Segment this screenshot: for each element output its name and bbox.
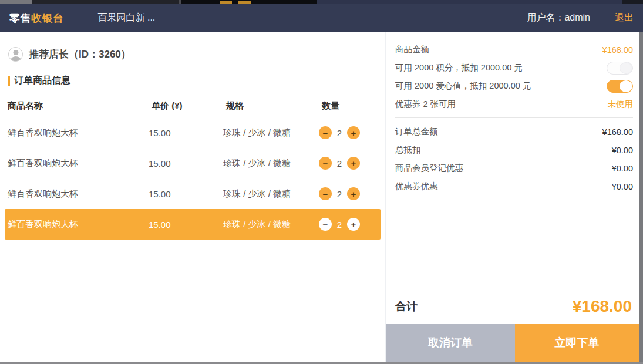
toggle-knob (620, 80, 632, 92)
quantity-value: 2 (336, 128, 342, 138)
summary-divider (395, 117, 633, 118)
plus-button[interactable]: + (347, 126, 360, 139)
product-price: 15.00 (149, 159, 223, 168)
window-scrollbar[interactable] (639, 32, 643, 362)
love-points-toggle[interactable] (607, 80, 633, 93)
table-row-selected[interactable]: 鲜百香双响炮大杯 15.00 珍珠 / 少冰 / 微糖 − 2 + (5, 209, 381, 240)
product-name: 鲜百香双响炮大杯 (8, 219, 149, 230)
section-title-text: 订单商品信息 (14, 75, 70, 87)
toggle-knob (620, 62, 632, 74)
plus-button[interactable]: + (347, 187, 360, 200)
minus-button[interactable]: − (319, 187, 332, 200)
app-title-plain: 零售 (9, 12, 31, 24)
submit-order-button[interactable]: 立即下单 (515, 324, 639, 362)
total-deduction-label: 总抵扣 (395, 144, 421, 156)
action-buttons: 取消订单 立即下单 (386, 324, 639, 362)
user-avatar-icon (8, 47, 23, 62)
section-accent-bar (8, 76, 10, 86)
quantity-value: 2 (336, 220, 342, 230)
goods-amount-row: 商品金额 ¥168.00 (395, 41, 633, 59)
order-total-label: 订单总金额 (395, 126, 438, 137)
points-label: 可用 2000 积分，抵扣 2000.00 元 (395, 62, 523, 73)
summary-panel: 商品金额 ¥168.00 可用 2000 积分，抵扣 2000.00 元 可用 … (386, 32, 639, 362)
quantity-stepper: − 2 + (319, 218, 381, 231)
main-area: 推荐店长（ID：3260） 订单商品信息 商品名称 单价 (¥) 规格 数量 鲜… (0, 32, 639, 362)
coupon-discount-row: 优惠券优惠 ¥0.00 (395, 177, 633, 196)
minus-button[interactable]: − (319, 218, 332, 231)
product-spec: 珍珠 / 少冰 / 微糖 (223, 188, 319, 200)
coupon-label: 优惠券 2 张可用 (395, 99, 456, 110)
coupon-discount-value: ¥0.00 (612, 182, 633, 191)
product-price: 15.00 (149, 220, 223, 230)
table-row[interactable]: 鲜百香双响炮大杯 15.00 珍珠 / 少冰 / 微糖 − 2 + (5, 148, 381, 178)
quantity-stepper: − 2 + (319, 187, 381, 200)
product-price: 15.00 (149, 128, 223, 138)
order-items-table: 商品名称 单价 (¥) 规格 数量 鲜百香双响炮大杯 15.00 珍珠 / 少冰… (0, 95, 385, 240)
table-header-row: 商品名称 单价 (¥) 规格 数量 (0, 95, 385, 117)
app-title-accent: 收银台 (31, 12, 64, 24)
coupon-discount-label: 优惠券优惠 (395, 181, 438, 192)
quantity-stepper: − 2 + (319, 126, 381, 139)
order-total-row: 订单总金额 ¥168.00 (395, 123, 633, 141)
navbar-right: 用户名：admin 退出 (527, 12, 634, 24)
coupon-row: 优惠券 2 张可用 未使用 (395, 95, 633, 113)
table-row[interactable]: 鲜百香双响炮大杯 15.00 珍珠 / 少冰 / 微糖 − 2 + (5, 117, 381, 148)
member-discount-value: ¥0.00 (612, 164, 633, 173)
top-navbar: 零售收银台 百果园白新 ... 用户名：admin 退出 (0, 4, 643, 32)
app-title: 零售收银台 (9, 11, 64, 25)
grand-total-row: 合计 ¥168.00 (395, 297, 633, 316)
grand-total-value: ¥168.00 (573, 297, 632, 316)
recommender-label: 推荐店长（ID：3260） (29, 48, 131, 61)
header-product-name: 商品名称 (8, 100, 152, 112)
love-points-label: 可用 2000 爱心值，抵扣 2000.00 元 (395, 80, 531, 92)
product-spec: 珍珠 / 少冰 / 微糖 (223, 158, 319, 169)
header-spec: 规格 (226, 100, 322, 112)
product-name: 鲜百香双响炮大杯 (8, 188, 149, 200)
member-discount-row: 商品会员登记优惠 ¥0.00 (395, 159, 633, 177)
quantity-value: 2 (336, 159, 342, 168)
product-price: 15.00 (149, 189, 223, 199)
table-row[interactable]: 鲜百香双响炮大杯 15.00 珍珠 / 少冰 / 微糖 − 2 + (5, 178, 381, 209)
header-unit-price: 单价 (¥) (152, 100, 226, 112)
username-label: 用户名：admin (527, 12, 590, 24)
minus-button[interactable]: − (319, 157, 332, 170)
spacer (395, 196, 633, 297)
header-quantity: 数量 (322, 100, 381, 112)
love-points-row: 可用 2000 爱心值，抵扣 2000.00 元 (395, 77, 633, 95)
logout-button[interactable]: 退出 (615, 12, 634, 24)
grand-total-label: 合计 (395, 299, 418, 316)
coupon-status[interactable]: 未使用 (608, 99, 634, 110)
order-items-section-title: 订单商品信息 (8, 75, 385, 87)
points-toggle[interactable] (607, 62, 633, 75)
goods-amount-value: ¥168.00 (602, 45, 633, 55)
minus-button[interactable]: − (319, 126, 332, 139)
quantity-stepper: − 2 + (319, 157, 381, 170)
product-name: 鲜百香双响炮大杯 (8, 127, 149, 139)
store-name[interactable]: 百果园白新 ... (98, 12, 156, 24)
plus-button[interactable]: + (347, 218, 360, 231)
pos-checkout-screen: 零售收银台 百果园白新 ... 用户名：admin 退出 推荐店长（ID：326… (0, 0, 643, 364)
product-spec: 珍珠 / 少冰 / 微糖 (223, 219, 319, 230)
goods-amount-label: 商品金额 (395, 44, 429, 55)
total-deduction-row: 总抵扣 ¥0.00 (395, 141, 633, 159)
order-panel: 推荐店长（ID：3260） 订单商品信息 商品名称 单价 (¥) 规格 数量 鲜… (0, 32, 386, 362)
product-spec: 珍珠 / 少冰 / 微糖 (223, 127, 319, 139)
window-bottom-edge (0, 362, 643, 364)
quantity-value: 2 (336, 189, 342, 199)
order-total-value: ¥168.00 (602, 127, 633, 137)
member-row: 推荐店长（ID：3260） (0, 32, 385, 62)
total-deduction-value: ¥0.00 (612, 146, 633, 155)
product-name: 鲜百香双响炮大杯 (8, 158, 149, 169)
points-row: 可用 2000 积分，抵扣 2000.00 元 (395, 59, 633, 77)
plus-button[interactable]: + (347, 157, 360, 170)
member-discount-label: 商品会员登记优惠 (395, 163, 463, 174)
cancel-order-button[interactable]: 取消订单 (386, 324, 515, 362)
